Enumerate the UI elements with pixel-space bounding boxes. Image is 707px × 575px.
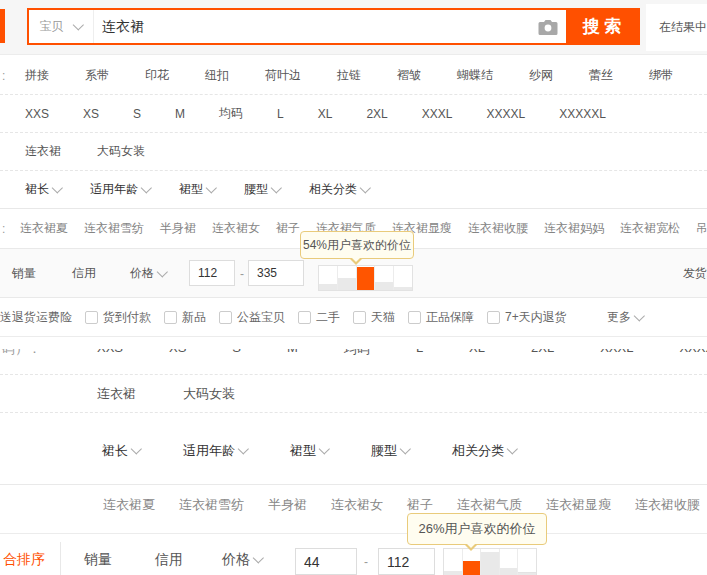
filter-dropdown-related-category[interactable]: 相关分类: [452, 442, 517, 460]
size-tag[interactable]: S: [232, 349, 241, 358]
related-term[interactable]: 裙子: [276, 220, 300, 237]
search-input[interactable]: [94, 10, 530, 43]
related-term[interactable]: 连衣裙气质: [457, 496, 522, 514]
related-term[interactable]: 裙子: [407, 496, 433, 514]
filter-dropdown-waist[interactable]: 腰型: [244, 181, 281, 198]
size-tag[interactable]: XXS: [97, 349, 123, 358]
histogram-segment[interactable]: [500, 549, 519, 575]
style-tag[interactable]: 系带: [85, 67, 109, 84]
filter-dropdown-related-category[interactable]: 相关分类: [309, 181, 370, 198]
size-tag[interactable]: XXXXXL: [559, 107, 606, 121]
search-button[interactable]: 搜 索: [566, 10, 638, 43]
price-min-input[interactable]: [295, 548, 357, 575]
size-tag[interactable]: XL: [469, 349, 485, 358]
size-tag[interactable]: XS: [169, 349, 186, 358]
size-tag[interactable]: XXXXL: [679, 349, 707, 358]
size-tag[interactable]: XXXXL: [486, 107, 525, 121]
related-term[interactable]: 连衣裙雪纺: [84, 220, 144, 237]
ship-from-label[interactable]: 发货地: [683, 249, 707, 298]
checkbox-7day-return[interactable]: 7+天内退货: [487, 309, 567, 326]
related-term-partial[interactable]: 吊: [696, 220, 707, 237]
size-tag[interactable]: L: [416, 349, 423, 358]
checkbox-tmall[interactable]: 天猫: [353, 309, 395, 326]
checkbox-new[interactable]: 新品: [164, 309, 206, 326]
histogram-segment[interactable]: [319, 266, 338, 290]
filter-dropdown-skirt-type[interactable]: 裙型: [179, 181, 216, 198]
style-tag[interactable]: 纱网: [529, 67, 553, 84]
style-tag[interactable]: 蕾丝: [589, 67, 613, 84]
histogram-segment[interactable]: [357, 266, 376, 290]
related-term[interactable]: 连衣裙女: [212, 220, 260, 237]
related-term[interactable]: 连衣裙宽松: [620, 220, 680, 237]
size-tag[interactable]: XXXL: [422, 107, 453, 121]
filter-dropdown-age[interactable]: 适用年龄: [183, 442, 248, 460]
style-tag[interactable]: 荷叶边: [265, 67, 301, 84]
category-tag[interactable]: 大码女装: [97, 143, 145, 160]
histogram-segment[interactable]: [375, 266, 394, 290]
image-search-button[interactable]: [530, 10, 566, 43]
related-term[interactable]: 半身裙: [160, 220, 196, 237]
category-tag[interactable]: 连衣裙: [97, 385, 136, 403]
size-tag[interactable]: 均码: [219, 105, 243, 122]
sort-comprehensive-tab[interactable]: 合排序: [3, 544, 45, 575]
sort-credit[interactable]: 信用: [155, 544, 183, 575]
price-min-input[interactable]: [189, 260, 235, 286]
sort-price[interactable]: 价格: [130, 249, 167, 298]
style-tag[interactable]: 纽扣: [205, 67, 229, 84]
histogram-segment[interactable]: [481, 549, 500, 575]
histogram-segment[interactable]: [444, 549, 463, 575]
size-tag[interactable]: M: [287, 349, 298, 358]
category-tag[interactable]: 大码女装: [183, 385, 235, 403]
histogram-segment[interactable]: [463, 549, 482, 575]
style-tag[interactable]: 绑带: [649, 67, 673, 84]
related-term[interactable]: 连衣裙显瘦: [546, 496, 611, 514]
size-tag[interactable]: M: [175, 107, 185, 121]
size-tag[interactable]: L: [277, 107, 284, 121]
histogram-segment[interactable]: [394, 266, 412, 290]
filter-dropdown-age[interactable]: 适用年龄: [90, 181, 151, 198]
related-term[interactable]: 连衣裙雪纺: [179, 496, 244, 514]
search-category-dropdown[interactable]: 宝贝: [29, 10, 94, 43]
size-tag[interactable]: 2XL: [531, 349, 554, 358]
related-term[interactable]: 连衣裙收腰: [635, 496, 700, 514]
price-histogram-bottom[interactable]: [443, 548, 537, 575]
related-term[interactable]: 连衣裙妈妈: [544, 220, 604, 237]
filter-dropdown-skirt-type[interactable]: 裙型: [290, 442, 329, 460]
checkbox-charity[interactable]: 公益宝贝: [219, 309, 285, 326]
related-term[interactable]: 连衣裙女: [331, 496, 383, 514]
size-tag[interactable]: XL: [318, 107, 333, 121]
sort-price[interactable]: 价格: [222, 544, 263, 575]
style-tag[interactable]: 褶皱: [397, 67, 421, 84]
price-max-input[interactable]: [248, 260, 304, 286]
related-term[interactable]: 连衣裙夏: [20, 220, 68, 237]
more-filters-dropdown[interactable]: 更多: [607, 298, 644, 337]
checkbox-secondhand[interactable]: 二手: [298, 309, 340, 326]
related-term[interactable]: 连衣裙夏: [103, 496, 155, 514]
size-tag[interactable]: XXS: [25, 107, 49, 121]
search-in-results-option[interactable]: 在结果中: [646, 4, 707, 51]
price-histogram-top[interactable]: [318, 265, 413, 291]
style-tag[interactable]: 拼接: [25, 67, 49, 84]
related-term[interactable]: 半身裙: [268, 496, 307, 514]
price-max-input[interactable]: [378, 548, 435, 575]
cut-service-label[interactable]: 送退货运费险: [0, 309, 72, 326]
checkbox-cod[interactable]: 货到付款: [85, 309, 151, 326]
size-tag[interactable]: 2XL: [366, 107, 387, 121]
filter-dropdown-skirt-length[interactable]: 裙长: [102, 442, 141, 460]
size-tag[interactable]: XXXL: [600, 349, 633, 358]
size-tag[interactable]: S: [133, 107, 141, 121]
related-term[interactable]: 连衣裙收腰: [468, 220, 528, 237]
sort-credit[interactable]: 信用: [72, 249, 96, 298]
sort-sales[interactable]: 销量: [84, 544, 112, 575]
size-tag[interactable]: 均码: [344, 349, 370, 358]
category-tag[interactable]: 连衣裙: [25, 143, 61, 160]
style-tag[interactable]: 蝴蝶结: [457, 67, 493, 84]
style-tag[interactable]: 印花: [145, 67, 169, 84]
style-tag[interactable]: 拉链: [337, 67, 361, 84]
sort-sales[interactable]: 销量: [12, 249, 36, 298]
checkbox-authentic[interactable]: 正品保障: [408, 309, 474, 326]
filter-dropdown-skirt-length[interactable]: 裙长: [25, 181, 62, 198]
histogram-segment[interactable]: [518, 549, 536, 575]
size-tag[interactable]: XS: [83, 107, 99, 121]
histogram-segment[interactable]: [338, 266, 357, 290]
